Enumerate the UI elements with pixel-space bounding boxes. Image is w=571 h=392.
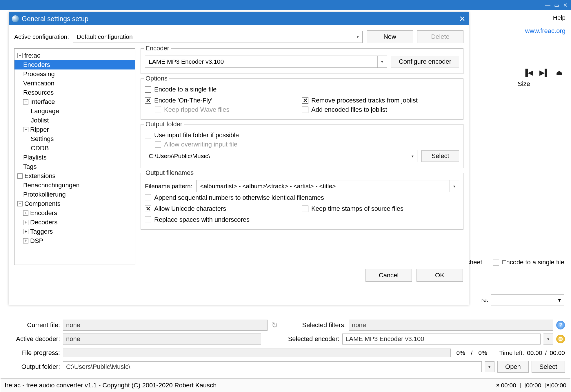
tree-item-tags[interactable]: Tags <box>14 162 135 171</box>
chevron-down-icon: ▾ <box>377 56 387 67</box>
encode-on-the-fly-checkbox[interactable]: ✕Encode 'On-The-Fly' <box>145 97 212 104</box>
tree-item-dsp[interactable]: +DSP <box>14 236 135 246</box>
chevron-down-icon: ▾ <box>450 180 459 192</box>
tree-toggle-icon[interactable]: − <box>17 201 23 206</box>
remove-processed-checkbox[interactable]: ✕Remove processed tracks from joblist <box>302 97 418 104</box>
tree-item-label: Tags <box>23 163 37 171</box>
append-sequential-checkbox[interactable]: Append sequential numbers to otherwise i… <box>145 194 324 202</box>
active-config-dropdown[interactable]: Default configuration ▾ <box>73 31 363 43</box>
slash2: / <box>545 349 547 356</box>
encode-single-file-checkbox[interactable]: Encode to a single file <box>145 86 217 93</box>
genre-label: re: <box>481 296 488 303</box>
transport-controls: ▐◀ ▶▌ ⏏ <box>523 69 563 77</box>
open-folder-button[interactable]: Open <box>497 361 529 373</box>
dialog-title: General settings setup <box>22 15 88 23</box>
encoder-legend: Encoder <box>144 45 171 52</box>
status-time-1: ✕00:00 <box>495 382 516 389</box>
tree-item-cddb[interactable]: CDDB <box>14 144 135 153</box>
tree-item-verification[interactable]: Verification <box>14 79 135 88</box>
minimize-icon[interactable]: — <box>543 1 552 9</box>
tree-item-fre-ac[interactable]: −fre:ac <box>14 51 135 60</box>
genre-dropdown[interactable]: ▾ <box>491 294 564 305</box>
tree-item-encoders[interactable]: Encoders <box>14 60 135 69</box>
tree-item-playlists[interactable]: Playlists <box>14 153 135 162</box>
tree-item-label: Ripper <box>30 126 49 133</box>
tree-item-joblist[interactable]: Joblist <box>14 116 135 125</box>
use-input-folder-checkbox[interactable]: Use input file folder if possible <box>145 131 239 139</box>
prev-track-icon[interactable]: ▐◀ <box>523 69 533 77</box>
tree-item-label: Playlists <box>23 154 47 161</box>
output-folder-dropdown[interactable]: C:\Users\Public\Music\ ▾ <box>145 150 417 162</box>
status-text: fre:ac - free audio converter v1.1 - Cop… <box>5 382 217 389</box>
tree-item-label: Extensions <box>24 172 56 180</box>
selected-encoder-field[interactable]: LAME MP3 Encoder v3.100 <box>342 334 541 345</box>
configure-encoder-button[interactable]: Configure encoder <box>391 56 459 67</box>
info-help-icon[interactable]: ? <box>556 321 565 329</box>
keep-timestamps-checkbox[interactable]: Keep time stamps of source files <box>302 205 403 213</box>
tree-item-resources[interactable]: Resources <box>14 88 135 97</box>
encoder-dropdown[interactable]: LAME MP3 Encoder v3.100 ▾ <box>145 56 387 68</box>
allow-unicode-checkbox[interactable]: ✕Allow Unicode characters <box>145 205 226 213</box>
active-decoder-label: Active decoder: <box>11 335 60 343</box>
replace-spaces-checkbox[interactable]: Replace spaces with underscores <box>145 216 250 224</box>
settings-tree[interactable]: −fre:acEncodersProcessingVerificationRes… <box>14 48 135 265</box>
info-region: Current file: none ↻ Selected filters: n… <box>11 318 565 374</box>
recycle-icon[interactable]: ↻ <box>270 321 279 329</box>
new-config-button[interactable]: New <box>367 30 413 43</box>
tree-toggle-icon[interactable]: − <box>23 99 28 105</box>
encode-single-checkbox[interactable]: Encode to a single file <box>493 259 564 266</box>
help-menu[interactable]: Help <box>553 14 565 21</box>
chevron-down-icon: ▾ <box>408 150 417 162</box>
add-encoded-checkbox[interactable]: Add encoded files to joblist <box>302 106 387 113</box>
tree-toggle-icon[interactable]: + <box>23 210 28 216</box>
tree-toggle-icon[interactable]: + <box>23 238 28 243</box>
tree-item-processing[interactable]: Processing <box>14 69 135 79</box>
file-progress-pct2: 0% <box>475 349 490 356</box>
dialog-close-icon[interactable]: ✕ <box>456 12 469 25</box>
next-track-icon[interactable]: ▶▌ <box>539 69 550 77</box>
tree-toggle-icon[interactable]: − <box>23 127 28 132</box>
cancel-button[interactable]: Cancel <box>365 269 412 282</box>
select-folder-button2[interactable]: Select <box>532 361 565 373</box>
filename-pattern-dropdown[interactable]: <albumartist> - <album>\<track> - <artis… <box>196 180 459 192</box>
tree-item-taggers[interactable]: +Taggers <box>14 227 135 236</box>
tree-item-interface[interactable]: −Interface <box>14 97 135 107</box>
tree-item-settings[interactable]: Settings <box>14 134 135 144</box>
tree-item-label: Components <box>24 200 61 208</box>
file-progress-bar <box>63 349 451 357</box>
freac-link[interactable]: www.freac.org <box>525 27 565 35</box>
tree-toggle-icon[interactable]: − <box>17 173 23 179</box>
tree-item-decoders[interactable]: +Decoders <box>14 218 135 227</box>
tree-item-label: Language <box>31 107 59 115</box>
tree-toggle-icon[interactable]: − <box>17 53 23 58</box>
maximize-icon[interactable]: ▭ <box>552 1 561 9</box>
filename-pattern-value: <albumartist> - <album>\<track> - <artis… <box>200 183 336 190</box>
output-filenames-legend: Output filenames <box>144 169 195 177</box>
tree-item-language[interactable]: Language <box>14 107 135 116</box>
tree-item-benachrichtigungen[interactable]: Benachrichtigungen <box>14 181 135 190</box>
output-folder-arrow[interactable]: ▾ <box>485 361 494 372</box>
close-icon[interactable]: ✕ <box>561 1 570 9</box>
tree-item-encoders[interactable]: +Encoders <box>14 208 135 218</box>
tree-item-label: Taggers <box>30 228 53 235</box>
encoder-settings-icon[interactable]: ⚙ <box>556 335 565 343</box>
tree-item-components[interactable]: −Components <box>14 199 135 208</box>
ok-button[interactable]: OK <box>417 269 463 282</box>
tree-item-extensions[interactable]: −Extensions <box>14 171 135 181</box>
eject-icon[interactable]: ⏏ <box>556 69 563 77</box>
time-left-2: 00:00 <box>550 349 565 356</box>
tree-item-label: Decoders <box>30 219 57 226</box>
active-config-label: Active configuration: <box>14 33 69 40</box>
output-folder-value: C:\Users\Public\Music\ <box>149 153 210 160</box>
tree-item-label: Processing <box>23 70 55 78</box>
tree-item-ripper[interactable]: −Ripper <box>14 125 135 134</box>
encoder-dropdown-arrow[interactable]: ▾ <box>543 334 553 345</box>
col-size[interactable]: Size <box>518 80 530 88</box>
tree-toggle-icon[interactable]: + <box>23 229 28 234</box>
allow-overwrite-checkbox: Allow overwriting input file <box>155 141 237 148</box>
tree-toggle-icon[interactable]: + <box>23 220 28 225</box>
output-folder-field2[interactable]: C:\Users\Public\Music\ <box>63 361 482 372</box>
select-folder-button[interactable]: Select <box>421 150 459 162</box>
output-folder-group: Output folder Use input file folder if p… <box>141 124 463 168</box>
tree-item-protokollierung[interactable]: Protokollierung <box>14 190 135 199</box>
